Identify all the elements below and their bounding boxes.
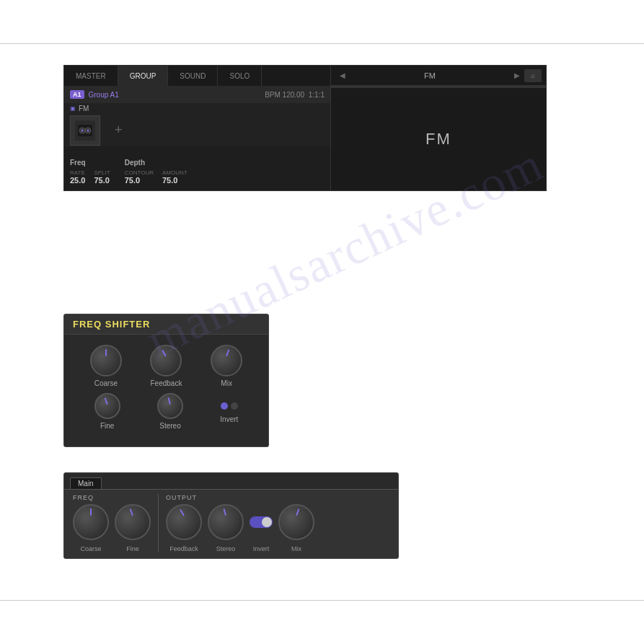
invert-switch[interactable] bbox=[250, 516, 273, 528]
coarse-large-label: Coarse bbox=[80, 545, 101, 552]
fm-panel: MASTER GROUP SOUND SOLO A1 Group A1 BPM … bbox=[63, 65, 547, 191]
tab-master[interactable]: MASTER bbox=[64, 66, 118, 86]
fm-nav-bar: ◀ FM ▶ ⌕ bbox=[331, 66, 546, 86]
invert-large-label: Invert bbox=[253, 545, 270, 552]
sound-label: FM bbox=[79, 105, 89, 113]
coarse-large-indicator bbox=[90, 508, 92, 516]
svg-point-4 bbox=[81, 129, 84, 131]
invert-label-small: Invert bbox=[220, 415, 238, 423]
coarse-label: Coarse bbox=[94, 379, 118, 387]
fine-large-indicator bbox=[130, 508, 133, 516]
top-divider bbox=[0, 43, 644, 44]
mix-knob[interactable] bbox=[211, 345, 242, 376]
group-badge: A1 bbox=[70, 90, 84, 99]
fm-panel-left: MASTER GROUP SOUND SOLO A1 Group A1 BPM … bbox=[64, 66, 331, 190]
feedback-knob-large[interactable] bbox=[166, 504, 202, 540]
add-sound-button[interactable]: + bbox=[115, 123, 123, 138]
fine-knob-large[interactable] bbox=[115, 504, 151, 540]
freq-shifter-knobs-row1: Coarse Feedback Mix bbox=[64, 335, 268, 390]
knob-coarse-large[interactable]: Coarse bbox=[73, 504, 109, 552]
nav-next-button[interactable]: ▶ bbox=[510, 71, 524, 79]
knob-feedback-large[interactable]: Feedback bbox=[166, 504, 202, 552]
param-rate: RATE 25.0 bbox=[70, 169, 85, 185]
freq-shifter-knobs-row2: Fine Stereo Invert bbox=[64, 390, 268, 437]
fine-label: Fine bbox=[100, 422, 114, 430]
dot-inactive bbox=[231, 402, 238, 410]
bpm-info: BPM 120.00 1:1:1 bbox=[265, 91, 325, 99]
fsl-output-section: OUTPUT Feedback Stereo bbox=[166, 494, 314, 552]
fm-panel-right: ◀ FM ▶ ⌕ FM bbox=[331, 66, 546, 190]
output-section-label: OUTPUT bbox=[166, 494, 314, 501]
feedback-label: Feedback bbox=[151, 379, 182, 387]
fine-knob[interactable] bbox=[94, 393, 120, 419]
stereo-label: Stereo bbox=[159, 422, 180, 430]
nav-title: FM bbox=[350, 71, 510, 80]
toggle-knob bbox=[262, 517, 272, 527]
feedback-large-indicator bbox=[180, 509, 185, 516]
freq-section-label: FREQ bbox=[73, 494, 151, 501]
output-knobs: Feedback Stereo Invert bbox=[166, 504, 314, 552]
fm-main-display: FM bbox=[331, 88, 546, 190]
fm-tabs: MASTER GROUP SOUND SOLO bbox=[64, 66, 330, 86]
mix-large-indicator bbox=[296, 508, 299, 516]
knob-coarse-small[interactable]: Coarse bbox=[90, 345, 122, 387]
fm-group-bar: A1 Group A1 BPM 120.00 1:1:1 bbox=[64, 86, 330, 103]
tab-group[interactable]: GROUP bbox=[118, 66, 169, 86]
invert-toggle-dots[interactable] bbox=[221, 400, 238, 413]
search-button[interactable]: ⌕ bbox=[524, 69, 542, 82]
fsl-body: FREQ Coarse Fine OUTPUT bbox=[64, 489, 398, 558]
feedback-indicator bbox=[162, 350, 167, 357]
fsl-tab-bar: Main bbox=[64, 473, 398, 489]
freq-shifter-small-title: FREQ SHIFTER bbox=[64, 314, 268, 335]
freq-knobs: Coarse Fine bbox=[73, 504, 151, 552]
fsl-freq-section: FREQ Coarse Fine bbox=[73, 494, 151, 552]
freq-shifter-small: FREQ SHIFTER Coarse Feedback Mix F bbox=[63, 314, 269, 447]
invert-toggle-large[interactable]: Invert bbox=[250, 504, 273, 552]
depth-label: Depth bbox=[125, 159, 188, 167]
invert-toggle-small[interactable]: Invert bbox=[220, 400, 238, 423]
dot-active bbox=[221, 402, 228, 410]
knob-feedback-small[interactable]: Feedback bbox=[150, 345, 182, 387]
plugin-name: FM bbox=[425, 130, 451, 149]
param-amount: AMOUNT 75.0 bbox=[162, 169, 188, 185]
sound-icon bbox=[70, 115, 100, 146]
stereo-knob[interactable] bbox=[157, 393, 183, 419]
fine-large-label: Fine bbox=[126, 545, 139, 552]
mix-label: Mix bbox=[221, 379, 232, 387]
coarse-indicator bbox=[105, 349, 107, 356]
knob-fine-large[interactable]: Fine bbox=[115, 504, 151, 552]
param-contour: CONTOUR 75.0 bbox=[125, 169, 154, 185]
stereo-indicator bbox=[167, 397, 171, 405]
bottom-divider bbox=[0, 600, 644, 601]
mix-indicator bbox=[226, 349, 229, 356]
knob-stereo-small[interactable]: Stereo bbox=[157, 393, 183, 430]
freq-group: Freq RATE 25.0 SPLIT 75.0 bbox=[70, 159, 110, 185]
svg-point-5 bbox=[87, 129, 89, 131]
stereo-large-label: Stereo bbox=[216, 545, 236, 552]
knob-stereo-large[interactable]: Stereo bbox=[208, 504, 244, 552]
tab-solo[interactable]: SOLO bbox=[218, 66, 262, 86]
fsl-divider bbox=[158, 494, 159, 552]
mix-knob-large[interactable] bbox=[278, 504, 314, 540]
nav-prev-button[interactable]: ◀ bbox=[335, 71, 350, 79]
depth-group: Depth CONTOUR 75.0 AMOUNT 75.0 bbox=[125, 159, 188, 185]
fine-indicator bbox=[104, 397, 107, 405]
search-icon: ⌕ bbox=[531, 71, 535, 79]
knob-mix-small[interactable]: Mix bbox=[211, 345, 242, 387]
coarse-knob[interactable] bbox=[90, 345, 122, 376]
fsl-main-tab[interactable]: Main bbox=[70, 477, 102, 489]
feedback-large-label: Feedback bbox=[169, 545, 198, 552]
coarse-knob-large[interactable] bbox=[73, 504, 109, 540]
param-split: SPLIT 75.0 bbox=[94, 169, 110, 185]
fm-params: Freq RATE 25.0 SPLIT 75.0 Depth CONT bbox=[64, 146, 330, 190]
feedback-knob[interactable] bbox=[150, 345, 182, 376]
freq-label: Freq bbox=[70, 159, 110, 167]
mix-large-label: Mix bbox=[291, 545, 301, 552]
fm-sound-area: ▣ FM + bbox=[64, 103, 330, 146]
stereo-large-indicator bbox=[223, 508, 226, 516]
tab-sound[interactable]: SOUND bbox=[168, 66, 218, 86]
freq-shifter-large: Main FREQ Coarse Fine bbox=[63, 472, 399, 559]
stereo-knob-large[interactable] bbox=[208, 504, 244, 540]
knob-mix-large[interactable]: Mix bbox=[278, 504, 314, 552]
knob-fine-small[interactable]: Fine bbox=[94, 393, 120, 430]
